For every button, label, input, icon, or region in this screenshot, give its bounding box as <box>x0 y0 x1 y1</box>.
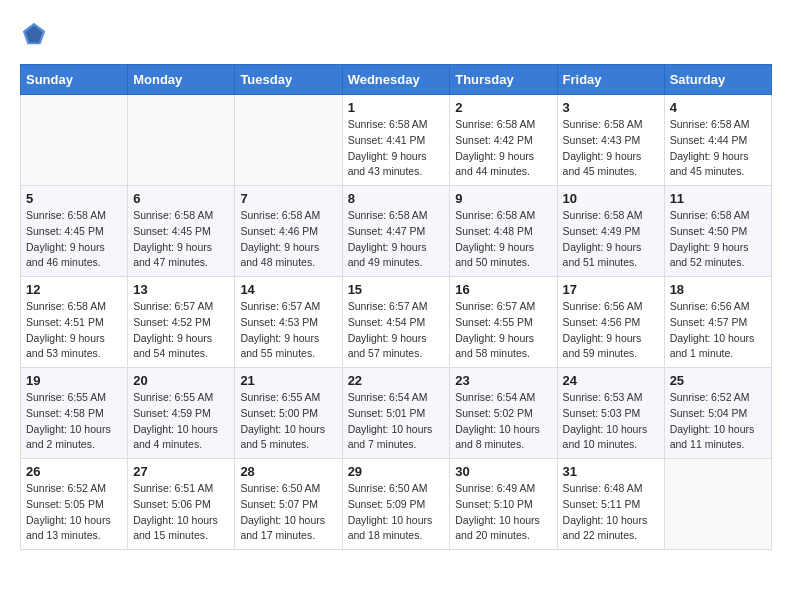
table-row: 22Sunrise: 6:54 AM Sunset: 5:01 PM Dayli… <box>342 368 450 459</box>
table-row <box>235 95 342 186</box>
calendar-week-row: 5Sunrise: 6:58 AM Sunset: 4:45 PM Daylig… <box>21 186 772 277</box>
table-row <box>21 95 128 186</box>
day-info: Sunrise: 6:51 AM Sunset: 5:06 PM Dayligh… <box>133 481 229 544</box>
day-number: 22 <box>348 373 445 388</box>
day-info: Sunrise: 6:58 AM Sunset: 4:49 PM Dayligh… <box>563 208 659 271</box>
table-row: 5Sunrise: 6:58 AM Sunset: 4:45 PM Daylig… <box>21 186 128 277</box>
day-number: 15 <box>348 282 445 297</box>
day-info: Sunrise: 6:57 AM Sunset: 4:55 PM Dayligh… <box>455 299 551 362</box>
day-number: 5 <box>26 191 122 206</box>
day-number: 6 <box>133 191 229 206</box>
table-row: 7Sunrise: 6:58 AM Sunset: 4:46 PM Daylig… <box>235 186 342 277</box>
day-info: Sunrise: 6:58 AM Sunset: 4:41 PM Dayligh… <box>348 117 445 180</box>
day-info: Sunrise: 6:55 AM Sunset: 5:00 PM Dayligh… <box>240 390 336 453</box>
day-info: Sunrise: 6:54 AM Sunset: 5:01 PM Dayligh… <box>348 390 445 453</box>
day-info: Sunrise: 6:58 AM Sunset: 4:45 PM Dayligh… <box>26 208 122 271</box>
day-number: 3 <box>563 100 659 115</box>
day-info: Sunrise: 6:53 AM Sunset: 5:03 PM Dayligh… <box>563 390 659 453</box>
calendar-header-saturday: Saturday <box>664 65 771 95</box>
table-row: 2Sunrise: 6:58 AM Sunset: 4:42 PM Daylig… <box>450 95 557 186</box>
day-number: 10 <box>563 191 659 206</box>
table-row: 6Sunrise: 6:58 AM Sunset: 4:45 PM Daylig… <box>128 186 235 277</box>
day-number: 26 <box>26 464 122 479</box>
day-number: 25 <box>670 373 766 388</box>
day-number: 8 <box>348 191 445 206</box>
table-row: 13Sunrise: 6:57 AM Sunset: 4:52 PM Dayli… <box>128 277 235 368</box>
day-number: 27 <box>133 464 229 479</box>
calendar-header-wednesday: Wednesday <box>342 65 450 95</box>
day-info: Sunrise: 6:57 AM Sunset: 4:53 PM Dayligh… <box>240 299 336 362</box>
day-info: Sunrise: 6:48 AM Sunset: 5:11 PM Dayligh… <box>563 481 659 544</box>
day-info: Sunrise: 6:54 AM Sunset: 5:02 PM Dayligh… <box>455 390 551 453</box>
table-row: 14Sunrise: 6:57 AM Sunset: 4:53 PM Dayli… <box>235 277 342 368</box>
table-row: 31Sunrise: 6:48 AM Sunset: 5:11 PM Dayli… <box>557 459 664 550</box>
calendar-header-sunday: Sunday <box>21 65 128 95</box>
day-number: 30 <box>455 464 551 479</box>
table-row: 25Sunrise: 6:52 AM Sunset: 5:04 PM Dayli… <box>664 368 771 459</box>
calendar-week-row: 26Sunrise: 6:52 AM Sunset: 5:05 PM Dayli… <box>21 459 772 550</box>
calendar-week-row: 19Sunrise: 6:55 AM Sunset: 4:58 PM Dayli… <box>21 368 772 459</box>
table-row: 27Sunrise: 6:51 AM Sunset: 5:06 PM Dayli… <box>128 459 235 550</box>
day-info: Sunrise: 6:58 AM Sunset: 4:48 PM Dayligh… <box>455 208 551 271</box>
table-row: 17Sunrise: 6:56 AM Sunset: 4:56 PM Dayli… <box>557 277 664 368</box>
day-info: Sunrise: 6:58 AM Sunset: 4:45 PM Dayligh… <box>133 208 229 271</box>
day-number: 20 <box>133 373 229 388</box>
table-row: 11Sunrise: 6:58 AM Sunset: 4:50 PM Dayli… <box>664 186 771 277</box>
day-info: Sunrise: 6:52 AM Sunset: 5:05 PM Dayligh… <box>26 481 122 544</box>
table-row: 16Sunrise: 6:57 AM Sunset: 4:55 PM Dayli… <box>450 277 557 368</box>
day-info: Sunrise: 6:55 AM Sunset: 4:59 PM Dayligh… <box>133 390 229 453</box>
day-number: 14 <box>240 282 336 297</box>
day-info: Sunrise: 6:58 AM Sunset: 4:43 PM Dayligh… <box>563 117 659 180</box>
calendar-table: SundayMondayTuesdayWednesdayThursdayFrid… <box>20 64 772 550</box>
day-info: Sunrise: 6:49 AM Sunset: 5:10 PM Dayligh… <box>455 481 551 544</box>
day-info: Sunrise: 6:55 AM Sunset: 4:58 PM Dayligh… <box>26 390 122 453</box>
calendar-header-friday: Friday <box>557 65 664 95</box>
day-number: 19 <box>26 373 122 388</box>
day-number: 11 <box>670 191 766 206</box>
day-number: 21 <box>240 373 336 388</box>
day-info: Sunrise: 6:52 AM Sunset: 5:04 PM Dayligh… <box>670 390 766 453</box>
day-number: 18 <box>670 282 766 297</box>
day-info: Sunrise: 6:58 AM Sunset: 4:50 PM Dayligh… <box>670 208 766 271</box>
calendar-week-row: 12Sunrise: 6:58 AM Sunset: 4:51 PM Dayli… <box>21 277 772 368</box>
day-info: Sunrise: 6:58 AM Sunset: 4:47 PM Dayligh… <box>348 208 445 271</box>
table-row: 18Sunrise: 6:56 AM Sunset: 4:57 PM Dayli… <box>664 277 771 368</box>
day-number: 2 <box>455 100 551 115</box>
day-number: 16 <box>455 282 551 297</box>
table-row: 9Sunrise: 6:58 AM Sunset: 4:48 PM Daylig… <box>450 186 557 277</box>
table-row: 24Sunrise: 6:53 AM Sunset: 5:03 PM Dayli… <box>557 368 664 459</box>
calendar-header-tuesday: Tuesday <box>235 65 342 95</box>
calendar-header-row: SundayMondayTuesdayWednesdayThursdayFrid… <box>21 65 772 95</box>
calendar-week-row: 1Sunrise: 6:58 AM Sunset: 4:41 PM Daylig… <box>21 95 772 186</box>
day-number: 17 <box>563 282 659 297</box>
table-row: 30Sunrise: 6:49 AM Sunset: 5:10 PM Dayli… <box>450 459 557 550</box>
table-row <box>664 459 771 550</box>
logo <box>20 20 52 48</box>
day-info: Sunrise: 6:50 AM Sunset: 5:07 PM Dayligh… <box>240 481 336 544</box>
table-row: 20Sunrise: 6:55 AM Sunset: 4:59 PM Dayli… <box>128 368 235 459</box>
day-info: Sunrise: 6:57 AM Sunset: 4:52 PM Dayligh… <box>133 299 229 362</box>
table-row: 15Sunrise: 6:57 AM Sunset: 4:54 PM Dayli… <box>342 277 450 368</box>
day-info: Sunrise: 6:58 AM Sunset: 4:46 PM Dayligh… <box>240 208 336 271</box>
day-number: 31 <box>563 464 659 479</box>
page-header <box>20 20 772 48</box>
calendar-header-monday: Monday <box>128 65 235 95</box>
table-row: 12Sunrise: 6:58 AM Sunset: 4:51 PM Dayli… <box>21 277 128 368</box>
table-row: 28Sunrise: 6:50 AM Sunset: 5:07 PM Dayli… <box>235 459 342 550</box>
day-info: Sunrise: 6:58 AM Sunset: 4:44 PM Dayligh… <box>670 117 766 180</box>
day-number: 9 <box>455 191 551 206</box>
table-row: 8Sunrise: 6:58 AM Sunset: 4:47 PM Daylig… <box>342 186 450 277</box>
table-row <box>128 95 235 186</box>
table-row: 26Sunrise: 6:52 AM Sunset: 5:05 PM Dayli… <box>21 459 128 550</box>
table-row: 4Sunrise: 6:58 AM Sunset: 4:44 PM Daylig… <box>664 95 771 186</box>
day-number: 1 <box>348 100 445 115</box>
calendar-header-thursday: Thursday <box>450 65 557 95</box>
logo-icon <box>20 20 48 48</box>
day-number: 24 <box>563 373 659 388</box>
day-number: 28 <box>240 464 336 479</box>
day-info: Sunrise: 6:56 AM Sunset: 4:57 PM Dayligh… <box>670 299 766 362</box>
table-row: 19Sunrise: 6:55 AM Sunset: 4:58 PM Dayli… <box>21 368 128 459</box>
table-row: 29Sunrise: 6:50 AM Sunset: 5:09 PM Dayli… <box>342 459 450 550</box>
day-info: Sunrise: 6:58 AM Sunset: 4:51 PM Dayligh… <box>26 299 122 362</box>
day-number: 4 <box>670 100 766 115</box>
